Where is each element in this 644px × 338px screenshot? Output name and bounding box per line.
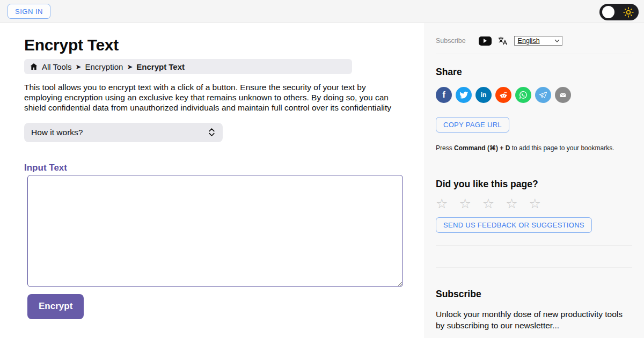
- home-icon[interactable]: [30, 62, 38, 71]
- theme-toggle-knob[interactable]: [602, 6, 614, 18]
- newsletter-title: Subscribe: [436, 289, 632, 300]
- language-select[interactable]: English: [514, 36, 562, 46]
- star-rating: ☆ ☆ ☆ ☆ ☆: [436, 196, 632, 210]
- sun-icon: [623, 7, 634, 18]
- bookmark-hint-suffix: to add this page to your bookmarks.: [510, 144, 614, 152]
- breadcrumb-separator-icon: ➤: [76, 63, 82, 71]
- top-bar: SIGN IN: [0, 0, 644, 23]
- bookmark-hint: Press Command (⌘) + D to add this page t…: [436, 144, 632, 152]
- feedback-button[interactable]: SEND US FEEDBACK OR SUGGESTIONS: [436, 217, 592, 233]
- star-icon[interactable]: ☆: [459, 196, 474, 211]
- language-selected: English: [518, 37, 540, 45]
- breadcrumb-current: Encrypt Text: [136, 62, 185, 71]
- how-it-works-label: How it works?: [31, 128, 83, 137]
- translate-icon[interactable]: [498, 36, 508, 46]
- share-icons: f in: [436, 87, 632, 103]
- play-icon: [484, 39, 487, 43]
- input-textarea[interactable]: [27, 175, 403, 287]
- sidebar: Subscribe English Share: [424, 23, 644, 338]
- share-title: Share: [436, 67, 632, 78]
- copy-page-url-button[interactable]: COPY PAGE URL: [436, 117, 509, 133]
- whatsapp-icon[interactable]: [515, 87, 531, 103]
- page-title: Encrypt Text: [24, 36, 403, 54]
- breadcrumb-encryption[interactable]: Encryption: [85, 62, 123, 71]
- email-icon[interactable]: [555, 87, 571, 103]
- star-icon[interactable]: ☆: [529, 196, 545, 211]
- bookmark-hint-shortcut: Command (⌘) + D: [454, 144, 510, 152]
- tool-description: This tool allows you to encrypt text wit…: [24, 82, 400, 113]
- encrypt-button[interactable]: Encrypt: [27, 294, 84, 319]
- sidebar-divider: [436, 267, 632, 268]
- youtube-icon[interactable]: [479, 36, 492, 46]
- chevron-up-down-icon: [208, 128, 216, 137]
- subscribe-label: Subscribe: [436, 37, 466, 45]
- bookmark-hint-prefix: Press: [436, 144, 454, 152]
- rating-title: Did you like this page?: [436, 179, 632, 190]
- linkedin-icon[interactable]: in: [475, 87, 492, 103]
- breadcrumb: All Tools ➤ Encryption ➤ Encrypt Text: [24, 59, 352, 74]
- reddit-icon[interactable]: [495, 87, 511, 103]
- star-icon[interactable]: ☆: [436, 196, 451, 211]
- input-text-label: Input Text: [24, 163, 403, 173]
- chevron-down-icon: [554, 39, 560, 42]
- star-icon[interactable]: ☆: [482, 196, 498, 211]
- how-it-works-accordion[interactable]: How it works?: [24, 123, 223, 142]
- subscribe-row: Subscribe English: [436, 36, 632, 46]
- star-icon[interactable]: ☆: [506, 196, 521, 211]
- telegram-icon[interactable]: [535, 87, 551, 103]
- sidebar-divider: [436, 245, 632, 246]
- breadcrumb-all-tools[interactable]: All Tools: [42, 62, 72, 71]
- sidebar-divider: [436, 54, 632, 54]
- main-content: Encrypt Text All Tools ➤ Encryption ➤ En…: [0, 23, 424, 338]
- newsletter-text: Unlock your monthly dose of new producti…: [436, 309, 632, 331]
- breadcrumb-separator-icon: ➤: [127, 63, 133, 71]
- twitter-icon[interactable]: [456, 87, 472, 103]
- sign-in-button[interactable]: SIGN IN: [8, 4, 50, 19]
- theme-toggle[interactable]: [599, 4, 639, 20]
- facebook-icon[interactable]: f: [436, 87, 452, 103]
